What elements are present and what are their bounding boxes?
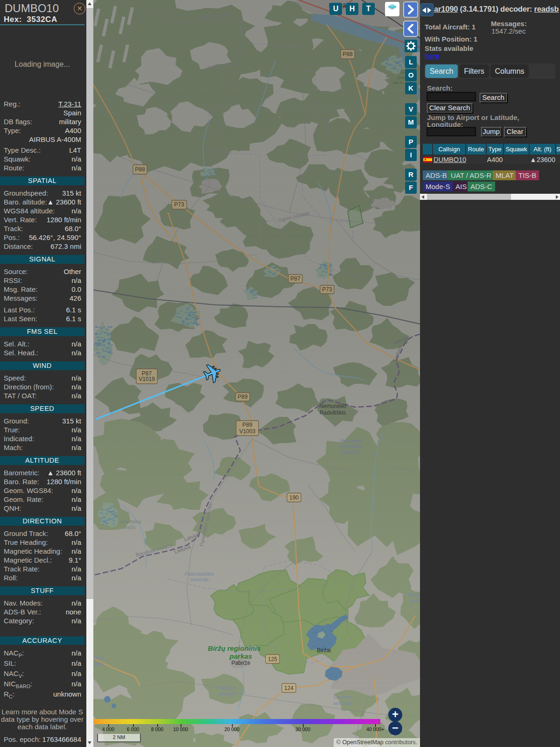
svg-text:8 000: 8 000 [151, 726, 163, 732]
svg-text:6 000: 6 000 [127, 726, 139, 732]
svg-text:30 000: 30 000 [295, 726, 310, 732]
svg-text:4 000: 4 000 [102, 726, 114, 732]
svg-text:10 000: 10 000 [173, 726, 188, 732]
svg-text:40 000+: 40 000+ [366, 726, 384, 732]
svg-text:20 000: 20 000 [224, 726, 239, 732]
